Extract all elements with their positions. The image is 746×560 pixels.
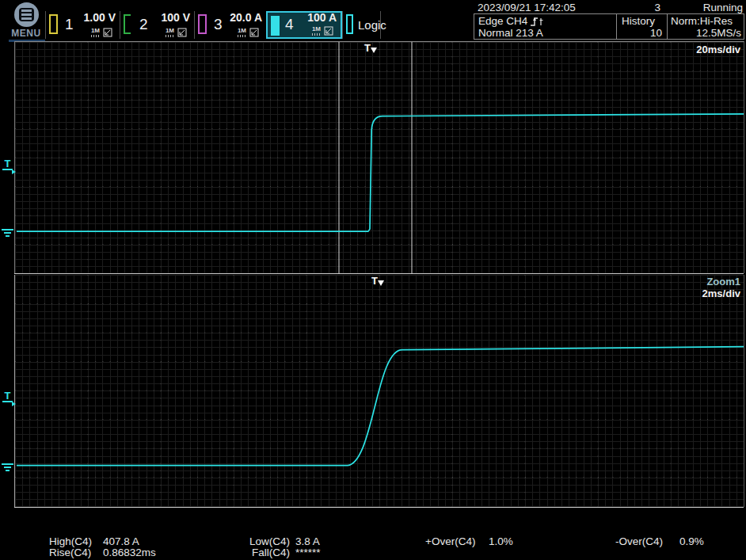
record-mode: Norm:Hi-Res bbox=[671, 15, 733, 27]
main-graticule bbox=[15, 42, 744, 273]
impedance-1m-icon: 1M bbox=[91, 28, 100, 37]
measurement-high-label: High(C4) bbox=[49, 535, 92, 547]
measurement-fall-label: Fall(C4) bbox=[222, 547, 290, 558]
probe-icon bbox=[249, 28, 259, 37]
probe-icon bbox=[103, 28, 112, 37]
impedance-1m-icon: 1M bbox=[312, 26, 321, 36]
acquisition-count: 3 bbox=[610, 2, 660, 13]
probe-icon bbox=[324, 26, 333, 36]
channel-position-marker[interactable] bbox=[2, 229, 13, 237]
measurement-rise-label: Rise(C4) bbox=[49, 547, 91, 558]
channel-3-scale: 20.0 A bbox=[230, 11, 262, 24]
trigger-mode-level: Normal 213 A bbox=[478, 27, 543, 39]
oscilloscope-screen: MENU 1 1.00 V 1M 2 100 V 1M 3 20.0 A 1M … bbox=[0, 0, 746, 560]
channel-1-number: 1 bbox=[65, 16, 74, 33]
channel-4-color-swatch bbox=[271, 16, 280, 36]
zoom-waveform-window: Zoom1 2ms/div T bbox=[14, 275, 744, 507]
menu-icon bbox=[14, 2, 39, 27]
main-waveform-window: 20ms/div T bbox=[14, 41, 744, 273]
rising-edge-icon bbox=[530, 16, 544, 27]
channel-4-number: 4 bbox=[285, 16, 294, 33]
channel-3-number: 3 bbox=[214, 16, 223, 33]
zoom-channel-position-marker[interactable] bbox=[2, 463, 13, 471]
zoom-window-bottom-frame bbox=[14, 507, 744, 508]
channel-2-number: 2 bbox=[139, 16, 148, 33]
probe-icon bbox=[177, 28, 187, 37]
status-box-border bbox=[474, 13, 744, 14]
channel-4-scale: 100 A bbox=[307, 11, 337, 24]
run-state: Running bbox=[679, 2, 743, 13]
measurement-pover-label: +Over(C4) bbox=[425, 535, 475, 547]
zoom-timebase-label: 2ms/div bbox=[702, 288, 740, 299]
channel-2-button[interactable]: 2 100 V 1M bbox=[120, 11, 194, 39]
status-box-border bbox=[616, 13, 617, 40]
logic-button[interactable]: Logic bbox=[342, 11, 381, 39]
main-timebase-label: 20ms/div bbox=[696, 44, 740, 55]
measurement-rise-value: 0.86832ms bbox=[103, 547, 156, 558]
datetime: 2023/09/21 17:42:05 bbox=[478, 2, 576, 13]
trigger-position-marker[interactable]: T bbox=[364, 43, 377, 57]
impedance-1m-icon: 1M bbox=[238, 28, 246, 37]
status-box-border bbox=[474, 39, 744, 40]
zoom-graticule bbox=[15, 275, 744, 507]
channel-2-scale: 100 V bbox=[161, 11, 190, 24]
ch4-zoom-trace bbox=[17, 347, 744, 466]
logic-label: Logic bbox=[358, 18, 386, 32]
status-box-border bbox=[474, 13, 474, 40]
sample-rate: 12.5MS/s bbox=[671, 27, 741, 39]
trigger-settings[interactable]: Edge CH4 bbox=[478, 15, 544, 27]
status-box-border bbox=[667, 13, 668, 40]
zoom-trigger-position-marker[interactable]: T bbox=[371, 276, 384, 290]
trigger-level-marker[interactable]: T bbox=[2, 158, 13, 170]
channel-1-scale: 1.00 V bbox=[84, 11, 116, 24]
menu-label: MENU bbox=[6, 28, 46, 39]
channel-1-button[interactable]: 1 1.00 V 1M bbox=[45, 11, 120, 39]
ch4-main-trace bbox=[17, 114, 744, 231]
measurement-high-value: 407.8 A bbox=[103, 535, 139, 547]
menu-button[interactable]: MENU bbox=[6, 2, 46, 40]
trigger-source-label: Edge CH4 bbox=[478, 15, 527, 27]
measurement-low-value: 3.8 A bbox=[295, 535, 320, 547]
impedance-1m-icon: 1M bbox=[166, 28, 174, 37]
status-box-border bbox=[744, 13, 744, 40]
channel-2-color-swatch bbox=[124, 14, 131, 34]
measurement-nover-value: 0.9% bbox=[679, 535, 704, 547]
zoom-trigger-level-marker[interactable]: T bbox=[2, 390, 13, 402]
channel-3-button[interactable]: 3 20.0 A 1M bbox=[194, 11, 266, 39]
logic-color-swatch bbox=[346, 14, 353, 34]
history-count: 10 bbox=[622, 27, 662, 39]
channel-1-color-swatch bbox=[49, 14, 58, 34]
history-label[interactable]: History bbox=[622, 15, 655, 27]
measurement-low-label: Low(C4) bbox=[222, 535, 290, 547]
measurement-fall-value: ****** bbox=[295, 547, 321, 558]
window-separator bbox=[14, 273, 744, 274]
channel-4-button[interactable]: 4 100 A 1M bbox=[266, 11, 342, 39]
channel-3-color-swatch bbox=[198, 14, 207, 34]
zoom-window-label: Zoom1 bbox=[706, 276, 740, 288]
measurement-pover-value: 1.0% bbox=[489, 535, 513, 547]
measurement-nover-label: -Over(C4) bbox=[615, 535, 663, 547]
